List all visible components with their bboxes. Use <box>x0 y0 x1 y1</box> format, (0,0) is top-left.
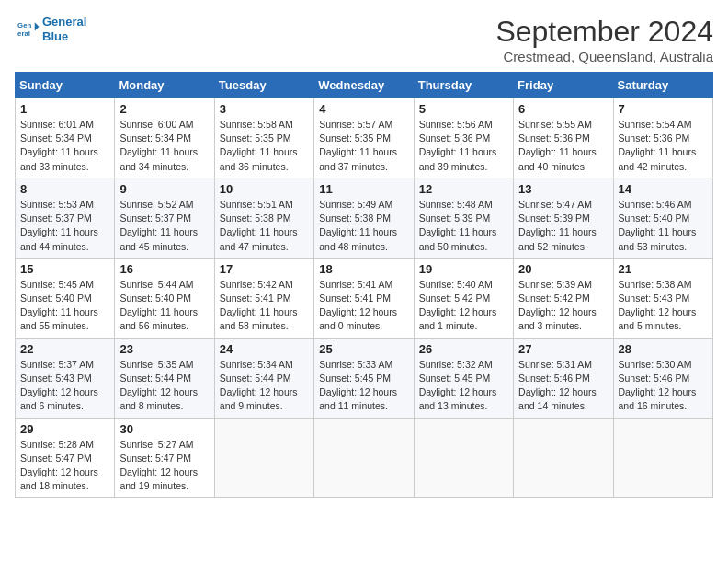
day-info: Sunrise: 5:30 AM Sunset: 5:46 PM Dayligh… <box>619 358 708 414</box>
day-number: 22 <box>20 342 109 356</box>
month-title: September 2024 <box>495 15 713 49</box>
weekday-header-saturday: Saturday <box>613 73 712 98</box>
calendar-table: SundayMondayTuesdayWednesdayThursdayFrid… <box>15 72 713 498</box>
calendar-cell: 2Sunrise: 6:00 AM Sunset: 5:34 PM Daylig… <box>115 98 214 178</box>
day-info: Sunrise: 5:51 AM Sunset: 5:38 PM Dayligh… <box>220 198 309 254</box>
day-info: Sunrise: 5:44 AM Sunset: 5:40 PM Dayligh… <box>119 278 209 334</box>
day-info: Sunrise: 5:53 AM Sunset: 5:37 PM Dayligh… <box>20 198 109 254</box>
day-number: 14 <box>619 182 708 196</box>
calendar-cell: 3Sunrise: 5:58 AM Sunset: 5:35 PM Daylig… <box>214 98 313 178</box>
calendar-cell: 9Sunrise: 5:52 AM Sunset: 5:37 PM Daylig… <box>115 178 214 258</box>
day-number: 18 <box>319 262 408 276</box>
calendar-header-row: SundayMondayTuesdayWednesdayThursdayFrid… <box>16 73 713 98</box>
calendar-cell: 21Sunrise: 5:38 AM Sunset: 5:43 PM Dayli… <box>613 258 712 338</box>
weekday-header-tuesday: Tuesday <box>214 73 313 98</box>
calendar-cell: 6Sunrise: 5:55 AM Sunset: 5:36 PM Daylig… <box>514 98 613 178</box>
logo-line1: General <box>42 15 86 29</box>
calendar-cell: 18Sunrise: 5:41 AM Sunset: 5:41 PM Dayli… <box>314 258 414 338</box>
calendar-cell: 26Sunrise: 5:32 AM Sunset: 5:45 PM Dayli… <box>414 338 513 418</box>
svg-text:eral: eral <box>17 29 30 38</box>
calendar-cell: 19Sunrise: 5:40 AM Sunset: 5:42 PM Dayli… <box>414 258 513 338</box>
weekday-header-thursday: Thursday <box>414 73 513 98</box>
logo-line2: Blue <box>42 29 68 43</box>
calendar-cell: 7Sunrise: 5:54 AM Sunset: 5:36 PM Daylig… <box>613 98 712 178</box>
calendar-cell <box>514 418 613 498</box>
calendar-cell: 24Sunrise: 5:34 AM Sunset: 5:44 PM Dayli… <box>214 338 313 418</box>
day-info: Sunrise: 6:00 AM Sunset: 5:34 PM Dayligh… <box>119 118 209 174</box>
calendar-cell: 8Sunrise: 5:53 AM Sunset: 5:37 PM Daylig… <box>16 178 115 258</box>
day-info: Sunrise: 5:47 AM Sunset: 5:39 PM Dayligh… <box>518 198 608 254</box>
day-number: 4 <box>319 102 408 116</box>
day-number: 24 <box>220 342 309 356</box>
day-info: Sunrise: 5:54 AM Sunset: 5:36 PM Dayligh… <box>619 118 708 174</box>
weekday-header-friday: Friday <box>514 73 613 98</box>
day-number: 6 <box>518 102 608 116</box>
calendar-cell: 16Sunrise: 5:44 AM Sunset: 5:40 PM Dayli… <box>115 258 214 338</box>
day-number: 11 <box>319 182 408 196</box>
day-info: Sunrise: 5:48 AM Sunset: 5:39 PM Dayligh… <box>419 198 508 254</box>
calendar-cell: 15Sunrise: 5:45 AM Sunset: 5:40 PM Dayli… <box>16 258 115 338</box>
day-info: Sunrise: 5:41 AM Sunset: 5:41 PM Dayligh… <box>319 278 408 334</box>
calendar-cell: 13Sunrise: 5:47 AM Sunset: 5:39 PM Dayli… <box>514 178 613 258</box>
calendar-cell: 23Sunrise: 5:35 AM Sunset: 5:44 PM Dayli… <box>115 338 214 418</box>
svg-text:Gen: Gen <box>17 21 31 29</box>
day-info: Sunrise: 5:27 AM Sunset: 5:47 PM Dayligh… <box>119 438 209 494</box>
day-info: Sunrise: 5:49 AM Sunset: 5:38 PM Dayligh… <box>319 198 408 254</box>
day-number: 1 <box>20 102 109 116</box>
day-number: 7 <box>619 102 708 116</box>
weekday-header-wednesday: Wednesday <box>314 73 414 98</box>
calendar-cell: 14Sunrise: 5:46 AM Sunset: 5:40 PM Dayli… <box>613 178 712 258</box>
calendar-week-3: 15Sunrise: 5:45 AM Sunset: 5:40 PM Dayli… <box>16 258 713 338</box>
page-header: Gen eral General Blue September 2024 Cre… <box>15 15 713 64</box>
day-number: 17 <box>220 262 309 276</box>
day-info: Sunrise: 5:32 AM Sunset: 5:45 PM Dayligh… <box>419 358 508 414</box>
day-info: Sunrise: 5:37 AM Sunset: 5:43 PM Dayligh… <box>20 358 109 414</box>
calendar-cell: 27Sunrise: 5:31 AM Sunset: 5:46 PM Dayli… <box>514 338 613 418</box>
day-info: Sunrise: 5:58 AM Sunset: 5:35 PM Dayligh… <box>220 118 309 174</box>
calendar-cell: 10Sunrise: 5:51 AM Sunset: 5:38 PM Dayli… <box>214 178 313 258</box>
day-number: 30 <box>119 422 209 436</box>
day-number: 28 <box>619 342 708 356</box>
day-info: Sunrise: 5:57 AM Sunset: 5:35 PM Dayligh… <box>319 118 408 174</box>
day-info: Sunrise: 5:34 AM Sunset: 5:44 PM Dayligh… <box>220 358 309 414</box>
calendar-cell: 29Sunrise: 5:28 AM Sunset: 5:47 PM Dayli… <box>16 418 115 498</box>
day-info: Sunrise: 5:31 AM Sunset: 5:46 PM Dayligh… <box>518 358 608 414</box>
day-number: 29 <box>20 422 109 436</box>
calendar-cell: 25Sunrise: 5:33 AM Sunset: 5:45 PM Dayli… <box>314 338 414 418</box>
day-info: Sunrise: 5:40 AM Sunset: 5:42 PM Dayligh… <box>419 278 508 334</box>
day-number: 2 <box>119 102 209 116</box>
day-info: Sunrise: 5:46 AM Sunset: 5:40 PM Dayligh… <box>619 198 708 254</box>
weekday-header-sunday: Sunday <box>16 73 115 98</box>
day-number: 8 <box>20 182 109 196</box>
location-title: Crestmead, Queensland, Australia <box>495 49 713 64</box>
calendar-week-2: 8Sunrise: 5:53 AM Sunset: 5:37 PM Daylig… <box>16 178 713 258</box>
calendar-cell: 5Sunrise: 5:56 AM Sunset: 5:36 PM Daylig… <box>414 98 513 178</box>
day-number: 12 <box>419 182 508 196</box>
calendar-cell: 12Sunrise: 5:48 AM Sunset: 5:39 PM Dayli… <box>414 178 513 258</box>
logo-text: General Blue <box>42 15 86 43</box>
day-info: Sunrise: 6:01 AM Sunset: 5:34 PM Dayligh… <box>20 118 109 174</box>
calendar-cell <box>613 418 712 498</box>
day-info: Sunrise: 5:52 AM Sunset: 5:37 PM Dayligh… <box>119 198 209 254</box>
day-info: Sunrise: 5:39 AM Sunset: 5:42 PM Dayligh… <box>518 278 608 334</box>
day-number: 9 <box>119 182 209 196</box>
calendar-cell: 30Sunrise: 5:27 AM Sunset: 5:47 PM Dayli… <box>115 418 214 498</box>
day-number: 21 <box>619 262 708 276</box>
weekday-header-monday: Monday <box>115 73 214 98</box>
calendar-cell: 22Sunrise: 5:37 AM Sunset: 5:43 PM Dayli… <box>16 338 115 418</box>
day-info: Sunrise: 5:56 AM Sunset: 5:36 PM Dayligh… <box>419 118 508 174</box>
calendar-cell: 17Sunrise: 5:42 AM Sunset: 5:41 PM Dayli… <box>214 258 313 338</box>
day-number: 25 <box>319 342 408 356</box>
day-number: 10 <box>220 182 309 196</box>
calendar-cell: 28Sunrise: 5:30 AM Sunset: 5:46 PM Dayli… <box>613 338 712 418</box>
day-number: 27 <box>518 342 608 356</box>
day-number: 20 <box>518 262 608 276</box>
day-number: 15 <box>20 262 109 276</box>
calendar-cell <box>214 418 313 498</box>
calendar-cell: 20Sunrise: 5:39 AM Sunset: 5:42 PM Dayli… <box>514 258 613 338</box>
calendar-cell <box>414 418 513 498</box>
day-info: Sunrise: 5:35 AM Sunset: 5:44 PM Dayligh… <box>119 358 209 414</box>
calendar-cell <box>314 418 414 498</box>
calendar-week-1: 1Sunrise: 6:01 AM Sunset: 5:34 PM Daylig… <box>16 98 713 178</box>
calendar-cell: 1Sunrise: 6:01 AM Sunset: 5:34 PM Daylig… <box>16 98 115 178</box>
